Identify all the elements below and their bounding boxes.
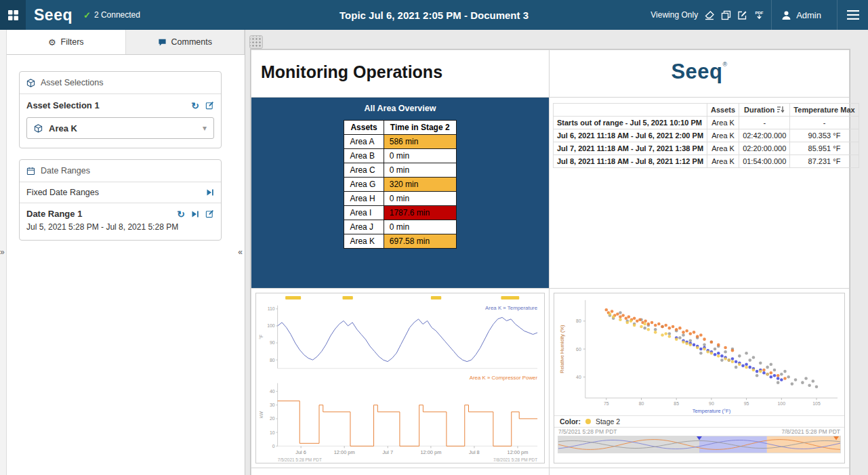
empty-cell bbox=[251, 468, 550, 475]
edit-date-range-button[interactable] bbox=[205, 209, 214, 218]
captable-col-duration[interactable]: Duration bbox=[739, 104, 790, 117]
svg-text:7/5/2021 5:28 PM PDT: 7/5/2021 5:28 PM PDT bbox=[278, 457, 322, 462]
seeq-logo[interactable]: Seeq bbox=[34, 6, 73, 24]
table-row: Jul 8, 2021 11:18 AM - Jul 8, 2021 1:12 … bbox=[554, 155, 859, 168]
svg-text:90: 90 bbox=[709, 401, 714, 406]
svg-text:12:00 pm: 12:00 pm bbox=[508, 449, 529, 455]
svg-text:80: 80 bbox=[639, 401, 644, 406]
collapse-sidebar-handle[interactable]: « bbox=[238, 248, 243, 256]
scatter-timestamps: 7/5/2021 5:28 PM PDT 7/8/2021 5:28 PM PD… bbox=[554, 428, 844, 436]
duplicate-document-button[interactable] bbox=[721, 10, 731, 20]
fixed-date-ranges-label: Fixed Date Ranges bbox=[26, 188, 99, 197]
svg-text:Relative Humidity (%): Relative Humidity (%) bbox=[559, 325, 565, 373]
svg-text:Temperature (°F): Temperature (°F) bbox=[693, 408, 731, 414]
svg-text:40: 40 bbox=[270, 389, 275, 394]
pencil-square-icon bbox=[205, 209, 214, 218]
step-forward-icon bbox=[206, 188, 214, 197]
connection-status[interactable]: ✓ 2 Connected bbox=[83, 10, 140, 20]
svg-text:80: 80 bbox=[576, 318, 581, 323]
step-date-range-button[interactable] bbox=[191, 210, 199, 218]
capsule-table-cell: Assets Duration Temperature Max Starts o… bbox=[550, 98, 850, 289]
topbar-actions: Viewing Only PDF Admin bbox=[650, 0, 868, 30]
left-rail: » bbox=[0, 30, 7, 475]
svg-text:7/8/2021 5:28 PM PDT: 7/8/2021 5:28 PM PDT bbox=[493, 457, 537, 462]
svg-text:12:00 pm: 12:00 pm bbox=[334, 449, 355, 455]
refresh-icon[interactable]: ↻ bbox=[191, 101, 199, 110]
timeline-minimap[interactable] bbox=[558, 436, 841, 453]
chevron-down-icon: ▾ bbox=[203, 123, 207, 133]
pencil-square-icon bbox=[205, 101, 214, 110]
scatter-plot-svg: 4060807580859095100105Temperature (°F)Re… bbox=[554, 293, 844, 415]
date-range-row: Date Range 1 ↻ Jul 5, 2021 5:28 PM - Jul… bbox=[20, 203, 221, 240]
step-all-button[interactable] bbox=[206, 188, 214, 197]
edit-asset-selection-button[interactable] bbox=[205, 101, 214, 110]
svg-text:0: 0 bbox=[272, 444, 275, 449]
scatter-chart[interactable]: 4060807580859095100105Temperature (°F)Re… bbox=[554, 293, 845, 463]
topic-title: Topic Jul 6, 2021 2:05 PM - Document 3 bbox=[339, 9, 529, 21]
svg-text:30: 30 bbox=[270, 402, 275, 407]
overview-row: Area G320 min bbox=[344, 178, 456, 192]
overview-col-assets: Assets bbox=[344, 121, 384, 135]
date-ranges-title: Date Ranges bbox=[41, 166, 90, 175]
sort-icon bbox=[777, 106, 785, 113]
connection-status-label: 2 Connected bbox=[94, 10, 140, 20]
tab-comments[interactable]: Comments bbox=[126, 30, 245, 54]
expand-panel-handle[interactable]: » bbox=[0, 248, 5, 256]
svg-text:PDF: PDF bbox=[756, 11, 764, 15]
eraser-icon bbox=[704, 10, 715, 20]
gear-icon: ⚙ bbox=[48, 37, 56, 47]
fixed-date-ranges-row: Fixed Date Ranges bbox=[20, 182, 221, 203]
svg-text:75: 75 bbox=[604, 401, 609, 406]
user-icon bbox=[781, 10, 791, 20]
seeq-document-logo: Seeq® bbox=[671, 60, 727, 84]
app-body: » ⚙ Filters Comments Asset Selections As bbox=[0, 30, 868, 475]
stage2-color-dot bbox=[585, 419, 591, 424]
date-ranges-header: Date Ranges bbox=[20, 160, 221, 182]
refresh-icon[interactable]: ↻ bbox=[177, 209, 185, 219]
date-range-value: Jul 5, 2021 5:28 PM - Jul 8, 2021 5:28 P… bbox=[26, 222, 214, 232]
svg-text:Area K » Temperature: Area K » Temperature bbox=[485, 305, 538, 311]
date-ranges-panel: Date Ranges Fixed Date Ranges Date Range… bbox=[19, 159, 222, 241]
svg-text:°F: °F bbox=[259, 335, 264, 339]
asset-dropdown-value: Area K bbox=[49, 123, 77, 133]
clear-annotations-button[interactable] bbox=[704, 10, 715, 20]
main-menu-button[interactable] bbox=[837, 0, 868, 30]
table-row: Starts out of range - Jul 5, 2021 10:10 … bbox=[554, 117, 859, 129]
pdf-export-button[interactable]: PDF bbox=[753, 9, 765, 20]
asset-selection-label: Asset Selection 1 bbox=[26, 100, 100, 110]
svg-text:60: 60 bbox=[576, 347, 581, 352]
svg-text:100: 100 bbox=[778, 401, 786, 406]
svg-text:Jul 7: Jul 7 bbox=[382, 449, 393, 455]
overview-table: Assets Time in Stage 2 Area A586 minArea… bbox=[344, 120, 456, 249]
overview-row: Area H0 min bbox=[344, 192, 456, 206]
tab-filters-label: Filters bbox=[61, 37, 84, 47]
svg-text:95: 95 bbox=[744, 401, 749, 406]
trend-chart[interactable]: 1101009080°FArea K » Temperature40302010… bbox=[255, 293, 545, 463]
captable-col-assets: Assets bbox=[707, 104, 739, 117]
svg-text:85: 85 bbox=[674, 401, 679, 406]
overview-row: Area A586 min bbox=[344, 135, 456, 149]
overview-row: Area I1787.6 min bbox=[344, 206, 456, 220]
drag-handle-icon[interactable] bbox=[249, 35, 263, 49]
edit-icon bbox=[737, 10, 747, 20]
tab-filters[interactable]: ⚙ Filters bbox=[7, 30, 126, 54]
overview-row: Area K697.58 min bbox=[344, 234, 456, 249]
overview-row: Area J0 min bbox=[344, 220, 456, 234]
comment-icon bbox=[158, 38, 167, 47]
asset-dropdown[interactable]: Area K ▾ bbox=[26, 117, 214, 139]
user-menu[interactable]: Admin bbox=[771, 0, 831, 30]
edit-document-button[interactable] bbox=[737, 10, 747, 20]
hamburger-icon bbox=[847, 10, 859, 20]
all-area-overview-panel: All Area Overview Assets Time in Stage 2… bbox=[251, 98, 550, 289]
step-forward-icon bbox=[191, 210, 199, 218]
app-switcher-button[interactable] bbox=[0, 0, 26, 30]
overview-col-time: Time in Stage 2 bbox=[384, 121, 456, 135]
overview-title: All Area Overview bbox=[251, 98, 549, 117]
svg-text:Jul 6: Jul 6 bbox=[295, 449, 306, 455]
empty-cell bbox=[550, 468, 850, 475]
svg-text:110: 110 bbox=[268, 306, 275, 311]
cube-icon bbox=[26, 79, 35, 87]
svg-text:Area K » Compressor Power: Area K » Compressor Power bbox=[470, 375, 538, 381]
asset-selections-title: Asset Selections bbox=[41, 78, 103, 87]
copy-icon bbox=[721, 10, 731, 20]
